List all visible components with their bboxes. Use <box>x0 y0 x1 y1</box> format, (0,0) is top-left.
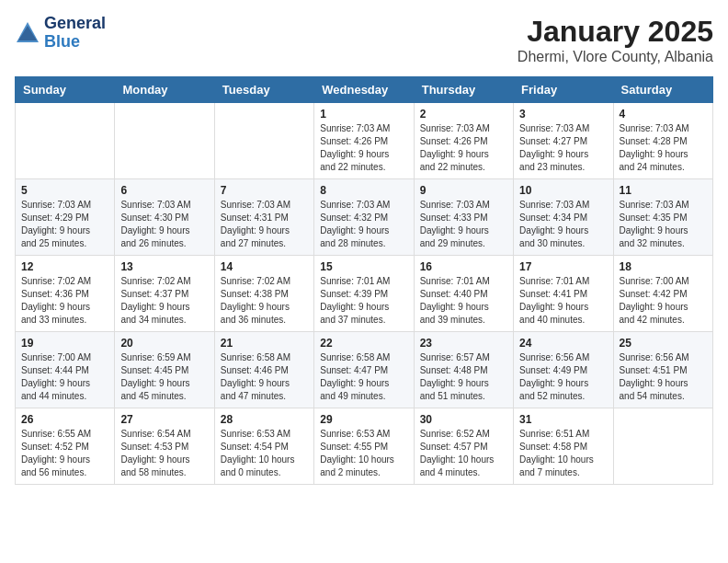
day-info: Sunrise: 6:57 AM Sunset: 4:48 PM Dayligh… <box>420 351 507 403</box>
day-number: 17 <box>519 260 607 273</box>
day-info: Sunrise: 7:03 AM Sunset: 4:28 PM Dayligh… <box>620 122 707 174</box>
day-of-week-header: Wednesday <box>314 77 414 103</box>
day-number: 31 <box>519 413 607 426</box>
day-number: 29 <box>320 413 407 426</box>
page-subtitle: Dhermi, Vlore County, Albania <box>518 49 713 65</box>
day-info: Sunrise: 6:52 AM Sunset: 4:57 PM Dayligh… <box>420 428 507 479</box>
calendar-cell: 27Sunrise: 6:54 AM Sunset: 4:53 PM Dayli… <box>115 408 214 485</box>
calendar-cell: 8Sunrise: 7:03 AM Sunset: 4:32 PM Daylig… <box>314 179 414 256</box>
calendar-cell: 31Sunrise: 6:51 AM Sunset: 4:58 PM Dayli… <box>514 408 613 485</box>
calendar-week-row: 12Sunrise: 7:02 AM Sunset: 4:36 PM Dayli… <box>16 256 713 332</box>
calendar-cell: 15Sunrise: 7:01 AM Sunset: 4:39 PM Dayli… <box>314 256 414 332</box>
day-number: 8 <box>320 184 407 197</box>
day-info: Sunrise: 7:01 AM Sunset: 4:41 PM Dayligh… <box>519 275 607 327</box>
calendar-cell <box>214 103 313 179</box>
day-number: 5 <box>21 184 108 197</box>
calendar-cell: 25Sunrise: 6:56 AM Sunset: 4:51 PM Dayli… <box>613 332 712 408</box>
calendar-cell: 24Sunrise: 6:56 AM Sunset: 4:49 PM Dayli… <box>514 332 613 408</box>
day-of-week-header: Friday <box>514 77 613 103</box>
calendar-week-row: 26Sunrise: 6:55 AM Sunset: 4:52 PM Dayli… <box>16 408 713 485</box>
calendar-cell: 23Sunrise: 6:57 AM Sunset: 4:48 PM Dayli… <box>414 332 513 408</box>
logo-text: General Blue <box>44 15 106 52</box>
day-info: Sunrise: 7:02 AM Sunset: 4:38 PM Dayligh… <box>221 275 308 327</box>
calendar-cell: 29Sunrise: 6:53 AM Sunset: 4:55 PM Dayli… <box>314 408 414 485</box>
calendar-week-row: 5Sunrise: 7:03 AM Sunset: 4:29 PM Daylig… <box>16 179 713 256</box>
day-info: Sunrise: 6:55 AM Sunset: 4:52 PM Dayligh… <box>21 428 108 479</box>
day-info: Sunrise: 7:02 AM Sunset: 4:37 PM Dayligh… <box>120 275 208 327</box>
calendar-cell <box>16 103 115 179</box>
logo: General Blue <box>15 15 106 52</box>
day-number: 3 <box>519 108 607 121</box>
day-number: 11 <box>620 184 707 197</box>
day-number: 19 <box>21 337 108 350</box>
day-of-week-header: Sunday <box>16 77 115 103</box>
day-info: Sunrise: 7:03 AM Sunset: 4:30 PM Dayligh… <box>120 199 208 250</box>
day-number: 27 <box>120 413 208 426</box>
calendar-cell: 1Sunrise: 7:03 AM Sunset: 4:26 PM Daylig… <box>314 103 414 179</box>
calendar-cell: 11Sunrise: 7:03 AM Sunset: 4:35 PM Dayli… <box>613 179 712 256</box>
day-info: Sunrise: 7:03 AM Sunset: 4:35 PM Dayligh… <box>620 199 707 250</box>
calendar-cell: 22Sunrise: 6:58 AM Sunset: 4:47 PM Dayli… <box>314 332 414 408</box>
day-number: 30 <box>420 413 507 426</box>
day-info: Sunrise: 7:03 AM Sunset: 4:26 PM Dayligh… <box>420 122 507 174</box>
day-info: Sunrise: 7:03 AM Sunset: 4:27 PM Dayligh… <box>519 122 607 174</box>
day-info: Sunrise: 7:00 AM Sunset: 4:42 PM Dayligh… <box>620 275 707 327</box>
day-number: 6 <box>120 184 208 197</box>
calendar-cell: 30Sunrise: 6:52 AM Sunset: 4:57 PM Dayli… <box>414 408 513 485</box>
calendar-cell: 7Sunrise: 7:03 AM Sunset: 4:31 PM Daylig… <box>214 179 313 256</box>
day-number: 15 <box>320 260 407 273</box>
day-info: Sunrise: 6:56 AM Sunset: 4:49 PM Dayligh… <box>519 351 607 403</box>
day-info: Sunrise: 7:03 AM Sunset: 4:29 PM Dayligh… <box>21 199 108 250</box>
day-info: Sunrise: 7:02 AM Sunset: 4:36 PM Dayligh… <box>21 275 108 327</box>
day-of-week-header: Saturday <box>613 77 712 103</box>
calendar-week-row: 19Sunrise: 7:00 AM Sunset: 4:44 PM Dayli… <box>16 332 713 408</box>
calendar-cell: 16Sunrise: 7:01 AM Sunset: 4:40 PM Dayli… <box>414 256 513 332</box>
day-of-week-header: Thursday <box>414 77 513 103</box>
calendar-cell: 20Sunrise: 6:59 AM Sunset: 4:45 PM Dayli… <box>115 332 214 408</box>
day-info: Sunrise: 7:03 AM Sunset: 4:33 PM Dayligh… <box>420 199 507 250</box>
day-info: Sunrise: 7:03 AM Sunset: 4:32 PM Dayligh… <box>320 199 407 250</box>
calendar-week-row: 1Sunrise: 7:03 AM Sunset: 4:26 PM Daylig… <box>16 103 713 179</box>
calendar-cell: 28Sunrise: 6:53 AM Sunset: 4:54 PM Dayli… <box>214 408 313 485</box>
day-number: 12 <box>21 260 108 273</box>
page-header: General Blue January 2025 Dhermi, Vlore … <box>15 15 713 65</box>
calendar-table: SundayMondayTuesdayWednesdayThursdayFrid… <box>15 76 713 485</box>
calendar-cell: 2Sunrise: 7:03 AM Sunset: 4:26 PM Daylig… <box>414 103 513 179</box>
day-number: 25 <box>620 337 707 350</box>
calendar-cell: 13Sunrise: 7:02 AM Sunset: 4:37 PM Dayli… <box>115 256 214 332</box>
day-number: 1 <box>320 108 407 121</box>
calendar-cell: 10Sunrise: 7:03 AM Sunset: 4:34 PM Dayli… <box>514 179 613 256</box>
day-info: Sunrise: 6:58 AM Sunset: 4:46 PM Dayligh… <box>221 351 308 403</box>
calendar-cell: 26Sunrise: 6:55 AM Sunset: 4:52 PM Dayli… <box>16 408 115 485</box>
calendar-cell <box>115 103 214 179</box>
day-number: 23 <box>420 337 507 350</box>
calendar-cell <box>613 408 712 485</box>
logo-line1: General <box>44 15 106 33</box>
day-info: Sunrise: 6:56 AM Sunset: 4:51 PM Dayligh… <box>620 351 707 403</box>
day-of-week-header: Monday <box>115 77 214 103</box>
calendar-cell: 6Sunrise: 7:03 AM Sunset: 4:30 PM Daylig… <box>115 179 214 256</box>
day-info: Sunrise: 7:00 AM Sunset: 4:44 PM Dayligh… <box>21 351 108 403</box>
day-info: Sunrise: 7:01 AM Sunset: 4:40 PM Dayligh… <box>420 275 507 327</box>
calendar-cell: 14Sunrise: 7:02 AM Sunset: 4:38 PM Dayli… <box>214 256 313 332</box>
day-number: 14 <box>221 260 308 273</box>
day-info: Sunrise: 6:53 AM Sunset: 4:55 PM Dayligh… <box>320 428 407 479</box>
day-number: 20 <box>120 337 208 350</box>
calendar-cell: 17Sunrise: 7:01 AM Sunset: 4:41 PM Dayli… <box>514 256 613 332</box>
day-number: 4 <box>620 108 707 121</box>
day-number: 7 <box>221 184 308 197</box>
calendar-cell: 12Sunrise: 7:02 AM Sunset: 4:36 PM Dayli… <box>16 256 115 332</box>
calendar-cell: 19Sunrise: 7:00 AM Sunset: 4:44 PM Dayli… <box>16 332 115 408</box>
day-number: 22 <box>320 337 407 350</box>
day-number: 10 <box>519 184 607 197</box>
calendar-cell: 9Sunrise: 7:03 AM Sunset: 4:33 PM Daylig… <box>414 179 513 256</box>
day-number: 21 <box>221 337 308 350</box>
day-number: 28 <box>221 413 308 426</box>
calendar-cell: 4Sunrise: 7:03 AM Sunset: 4:28 PM Daylig… <box>613 103 712 179</box>
day-number: 13 <box>120 260 208 273</box>
day-info: Sunrise: 6:51 AM Sunset: 4:58 PM Dayligh… <box>519 428 607 479</box>
day-number: 2 <box>420 108 507 121</box>
day-number: 16 <box>420 260 507 273</box>
day-info: Sunrise: 6:53 AM Sunset: 4:54 PM Dayligh… <box>221 428 308 479</box>
page-title: January 2025 <box>518 15 713 49</box>
